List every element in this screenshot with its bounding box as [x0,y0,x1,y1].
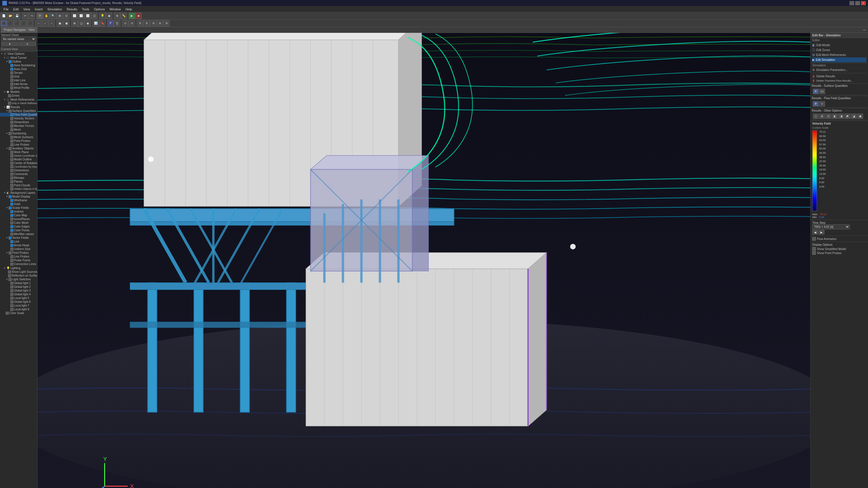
tree-grid[interactable]: ▶ Grid [0,75,37,78]
tree-mesh-editor[interactable]: ▶ Only in Mesh Refinement Edito [0,101,37,105]
tree-planes[interactable]: ▶ Planes [0,180,37,184]
tree-color-edges[interactable]: ▶ Color Edges [0,225,37,228]
tree-probe-points[interactable]: ▶ Probe Points [0,258,37,262]
time-step-next[interactable]: ▶ [819,230,825,234]
toolbar-pan[interactable]: ✋ [43,13,50,19]
ro-btn3[interactable]: ⊡ [826,113,831,119]
toolbar2-btn7[interactable]: ○ [42,20,48,27]
menu-file[interactable]: File [1,7,11,11]
tree-bitmaps[interactable]: ▶ Bitmaps [0,176,37,180]
toolbar-measure[interactable]: 📏 [121,13,127,19]
tree-vf-line[interactable]: ▶ Line [0,240,37,243]
toolbar2-btnA[interactable]: ① [137,20,143,27]
tree-local-light5[interactable]: ▶ Local light 5 [0,296,37,300]
edit-zones-item[interactable]: ⬡ Edit Zones [812,47,866,53]
edit-simulation-item[interactable]: ▶ Edit Simulation [812,57,866,62]
tree-line-probes-pp[interactable]: ▶ Line Probes [0,255,37,258]
minimize-button[interactable]: ─ [849,1,854,5]
named-views-clear-btn[interactable]: ✕ [19,42,36,46]
tree-mesh-refinements[interactable]: ▼ ⬡ Mesh Refinements [0,97,37,101]
tree-line-probes-num[interactable]: ▶ Line Probes [0,143,37,147]
tree-global-light1[interactable]: ▶ Global light 1 [0,281,37,285]
menu-help[interactable]: Help [123,7,134,11]
toolbar-new[interactable]: 📄 [1,13,7,19]
ro-btn6[interactable]: ◩ [845,113,850,119]
tree-terrain[interactable]: ▶ Terrain [0,71,37,75]
toolbar-save[interactable]: 💾 [14,13,20,19]
tree-global-coord[interactable]: ▶ Global Coordinate System (flo [0,154,37,158]
toolbar-undo[interactable]: ↩ [22,13,28,19]
tree-hidden-objects[interactable]: ▶ Hidden Objects in Background [0,187,37,191]
maximize-button[interactable]: □ [855,1,860,5]
tree-axes-numbering[interactable]: ▶ Axes Numbering [0,63,37,67]
toolbar2-btn9[interactable]: ▣ [57,20,63,27]
toolbar-render[interactable]: ◉ [106,13,112,19]
toolbar-view-side[interactable]: ⬜ [85,13,91,19]
edit-mesh-item[interactable]: ⊞ Edit Mesh Refinements [812,53,866,57]
toolbar-open[interactable]: 📂 [7,13,13,19]
ro-btn5[interactable]: ◨ [838,113,844,119]
tree-coords-input-cross[interactable]: ▶ Coordinates by Input Cross [0,165,37,168]
sq-btn-cz[interactable]: Cz [819,89,825,94]
menu-options[interactable]: Options [92,7,107,11]
toolbar-redo[interactable]: ↪ [29,13,35,19]
toolbar2-btn1[interactable]: ⬛ [1,20,7,27]
tree-numbering[interactable]: ▼ Numbering [0,132,37,135]
menu-simulation[interactable]: Simulation [45,7,64,11]
tree-streamlines[interactable]: ▶ Streamlines [0,120,37,124]
show-point-probes-checkbox[interactable] [812,251,816,255]
tree-color-mesh[interactable]: ▶ Color Mesh [0,221,37,225]
delete-transient-item[interactable]: 🗑 Delete Transient Flow Results... [812,78,866,83]
toolbar-light[interactable]: 💡 [99,13,105,19]
toolbar-view-top[interactable]: ⬜ [78,13,84,19]
flow-animation-checkbox[interactable] [812,237,816,240]
toolbar2-btn19[interactable]: ⊙ [129,20,135,27]
tree-color-map[interactable]: ▶ Color Map [0,214,37,217]
tree-local-light8[interactable]: ▶ Local light 8 [0,307,37,311]
rf-btn-v[interactable]: V [819,101,825,106]
tree-isosurfaces[interactable]: ▶ IsosuRfaces [0,217,37,221]
tree-models[interactable]: ▼ ⬢ Models [0,90,37,94]
tree-uniform-size[interactable]: ▶ Uniform Size [0,247,37,251]
menu-edit[interactable]: Edit [11,7,21,11]
ro-btn4[interactable]: ◧ [832,113,838,119]
menu-results[interactable]: Results [64,7,80,11]
toolbar2-btn6[interactable]: ○ [35,20,41,27]
viewport[interactable]: X Y Z [37,33,810,488]
tree-model-outline[interactable]: ▶ Model Outline [0,158,37,161]
tree-model-display[interactable]: ▼ Model Display [0,195,37,198]
ro-btn7[interactable]: ◪ [851,113,857,119]
named-views-add-btn[interactable]: ▼ [1,42,19,46]
toolbar-view-3d[interactable]: ◫ [91,13,97,19]
tree-isolines[interactable]: ▶ Isolines [0,210,37,214]
toolbar2-btn15[interactable]: 🔖 [99,20,105,27]
tree-color-points[interactable]: ▶ Color Points [0,228,37,232]
edit-model-item[interactable]: ◧ Edit Model [812,43,866,47]
toolbar-view-front[interactable]: ⬜ [71,13,78,19]
tree-comments[interactable]: ▶ Comments [0,172,37,176]
toolbar2-btn16[interactable]: P [107,20,114,27]
tree-mesh[interactable]: ▶ Mesh [0,128,37,132]
menu-tools[interactable]: Tools [80,7,92,11]
toolbar2-btn8[interactable]: ○ [49,20,55,27]
toolbar2-btn13[interactable]: ◉ [85,20,91,27]
tree-lighting[interactable]: ▼ 💡 Lighting [0,266,37,270]
tree-arrow-head[interactable]: ▶ Arrow Head [0,243,37,247]
tree-light-switches[interactable]: ▼ Light Switches [0,278,37,281]
tree-local-light7[interactable]: ▶ Local light 7 [0,304,37,307]
close-button[interactable]: ✕ [861,1,866,5]
tree-light-sources[interactable]: ▶ Show Light Sources [0,270,37,274]
toolbar2-btnE[interactable]: ⑤ [163,20,170,27]
menu-insert[interactable]: Insert [32,7,45,11]
toolbar-zoom-all[interactable]: ⊞ [57,13,63,19]
ro-btn8[interactable]: ▣ [857,113,863,119]
tree-reflection[interactable]: ▶ Reflection on Surfaces [0,274,37,278]
tree-global-light6[interactable]: ▶ Global light 6 [0,300,37,304]
tree-flow-field-qty[interactable]: ▶ Flow Field Quantities [0,113,37,117]
toolbar-zoom[interactable]: 🔍 [50,13,56,19]
tree-wireframe[interactable]: ▶ Wireframe [0,198,37,202]
time-step-prev[interactable]: ◀ [812,230,818,234]
tree-results[interactable]: ▼ 📊 Results [0,105,37,109]
toolbar2-btn2[interactable]: ⬛ [7,20,13,27]
tree-inlet-line[interactable]: ▶ Inlet Line [0,78,37,82]
